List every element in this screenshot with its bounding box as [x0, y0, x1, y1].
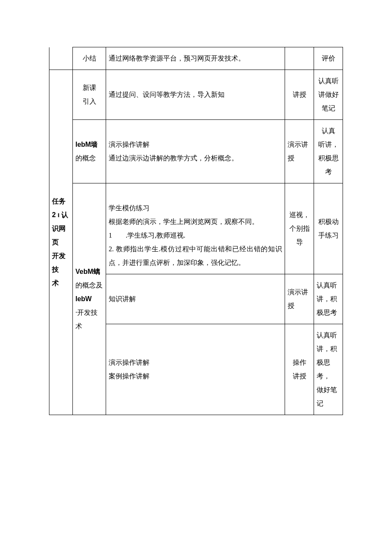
text-line: 认真听: [317, 282, 337, 289]
cell-method: [285, 47, 314, 70]
text-line: 知识讲解: [109, 295, 136, 302]
cell-student: 认真听 讲，积 极思 考， 做好笔 记: [314, 324, 343, 415]
text-line: 演示操作讲解: [109, 359, 150, 366]
cell-method: 操作 讲授: [285, 324, 314, 415]
text-line: 1.学生练习,教师巡视.: [109, 232, 185, 239]
text-line: 讲做好: [318, 91, 339, 98]
cell-student: 评价: [314, 47, 343, 70]
section-title-line: 任务: [52, 198, 66, 205]
text-line: 认真听: [317, 331, 337, 339]
text-line: 演示讲: [288, 288, 308, 296]
text-line: 巡视，: [289, 211, 310, 218]
text-line: 极思考: [317, 309, 337, 316]
text-line: IebW: [75, 295, 92, 302]
cell-content: 通过网络教学资源平台，预习网页开发技术。: [106, 47, 285, 70]
text-line: 通过边演示边讲解的教学方式，分析概念。: [109, 154, 238, 162]
text-line: 根据老师的演示，学生上网浏览网页，观察不同。: [109, 218, 259, 225]
text-line: 授: [288, 302, 294, 309]
text-line: 讲，积: [317, 345, 337, 352]
table-row: VebM螭 的概念及 IebW ·开发技 术 学生模仿练习 根据老师的演示，学生…: [49, 183, 343, 274]
cell-content: 演示操作讲解 案例操作讲解: [106, 324, 285, 415]
text-line: 演示操作讲解: [109, 141, 150, 148]
cell-section-title: 任务 2 ι 认 识网页 开发技 术: [49, 70, 73, 415]
text-line: 案例操作讲解: [109, 372, 150, 380]
cell-subtopic: 小结: [73, 47, 106, 70]
cell-content: 通过提问、设问等教学方法，导入新知: [106, 70, 285, 120]
section-title-line: 识网页: [52, 225, 66, 246]
text-line: 考: [325, 168, 332, 175]
text-line: 认真听: [318, 77, 339, 84]
text-line: 听讲，: [318, 141, 339, 148]
cell-subtopic: 新课 引入: [73, 70, 106, 120]
cell-method: 演示讲 授: [285, 274, 314, 324]
text-line: 个别指: [289, 225, 310, 232]
text-line: 引入: [83, 98, 96, 105]
text-line: 做好笔: [317, 386, 337, 393]
text-line: 讲授: [293, 372, 306, 380]
text-line: ·开发技: [75, 309, 98, 316]
table-row: 小结 通过网络教学资源平台，预习网页开发技术。 评价: [49, 47, 343, 70]
cell-student: 认真听 讲，积 极思考: [314, 274, 343, 324]
text-line: 授: [288, 154, 294, 162]
text-line: 笔记: [322, 105, 335, 112]
lesson-table: 小结 通过网络教学资源平台，预习网页开发技术。 评价 任务 2 ι 认 识网页 …: [49, 47, 343, 415]
text-line: 演示讲: [288, 141, 308, 148]
text-line: 认真: [322, 127, 335, 134]
section-title-line: 开发技: [52, 252, 66, 273]
text-line: 导: [296, 238, 303, 246]
text-line: 的概念: [75, 154, 96, 162]
text-line: 操作: [293, 359, 306, 366]
document-page: 小结 通过网络教学资源平台，预习网页开发技术。 评价 任务 2 ι 认 识网页 …: [0, 0, 392, 441]
cell-student: 积极动 手练习: [314, 183, 343, 274]
cell-student: 认真听 讲做好 笔记: [314, 70, 343, 120]
text-line: VebM螭: [75, 268, 100, 275]
text-line: 手练习: [318, 232, 339, 239]
text-line: 积极动: [318, 218, 339, 225]
section-title-line: 术: [52, 279, 59, 287]
text-line: 学生模仿练习: [109, 204, 150, 212]
text-line: 记: [317, 400, 323, 407]
text-line: 2. 教师指出学生.模仿过程中可能出错和已经出错的知识点，并进行重点评析，加深印…: [109, 245, 282, 266]
cell-method: 演示讲 授: [285, 120, 314, 183]
cell-content: 演示操作讲解 通过边演示边讲解的教学方式，分析概念。: [106, 120, 285, 183]
text-line: 新课: [83, 84, 96, 91]
cell-content: 知识讲解: [106, 274, 285, 324]
cell-student: 认真 听讲， 积极思 考: [314, 120, 343, 183]
text-line: 考，: [317, 372, 330, 380]
table-row: IebM墙 的概念 演示操作讲解 通过边演示边讲解的教学方式，分析概念。 演示讲…: [49, 120, 343, 183]
text-line: 讲，积: [317, 295, 337, 302]
cell-method: 巡视， 个别指 导: [285, 183, 314, 274]
cell-empty: [49, 47, 73, 70]
text-line: 积极思: [318, 154, 339, 162]
text-line: 的概念及: [75, 282, 103, 289]
cell-subtopic: VebM螭 的概念及 IebW ·开发技 术: [73, 183, 106, 415]
cell-content: 学生模仿练习 根据老师的演示，学生上网浏览网页，观察不同。 1.学生练习,教师巡…: [106, 183, 285, 274]
cell-method: 讲授: [285, 70, 314, 120]
section-title-line: 2 ι 认: [52, 211, 68, 218]
text-line: 术: [75, 323, 82, 330]
table-row: 任务 2 ι 认 识网页 开发技 术 新课 引入 通过提问、设问等教学方法，导入…: [49, 70, 343, 120]
text-line: 极思: [317, 359, 330, 366]
cell-subtopic: IebM墙 的概念: [73, 120, 106, 183]
text-line: IebM墙: [75, 141, 98, 148]
